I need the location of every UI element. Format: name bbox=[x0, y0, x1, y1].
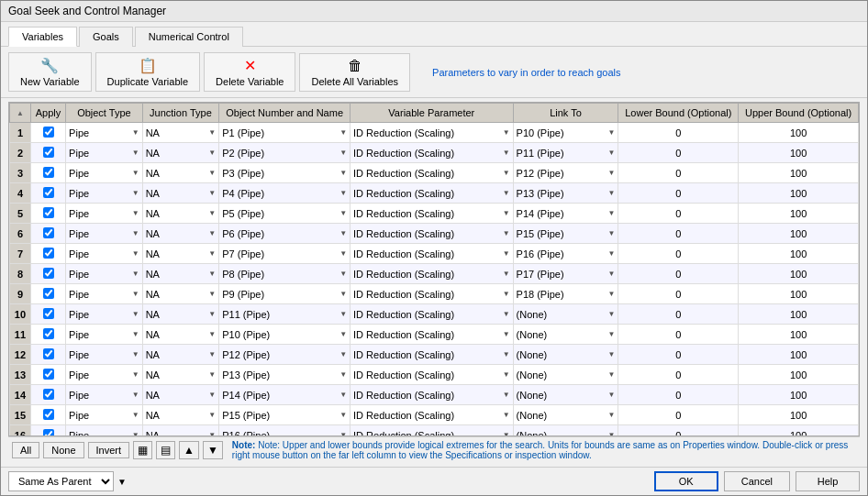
apply-cell[interactable] bbox=[30, 163, 65, 183]
lower-bound-cell[interactable]: 0 bbox=[618, 304, 739, 325]
upper-bound-cell[interactable]: 100 bbox=[739, 163, 859, 183]
move-down-button[interactable]: ▼ bbox=[203, 441, 223, 459]
object-number-cell[interactable]: P1 (Pipe)▼ bbox=[219, 123, 351, 143]
row-number-cell[interactable]: 13 bbox=[10, 365, 31, 385]
variable-parameter-cell[interactable]: ID Reduction (Scaling)▼ bbox=[351, 304, 514, 325]
apply-cell[interactable] bbox=[30, 224, 65, 244]
link-to-cell[interactable]: P15 (Pipe)▼ bbox=[513, 224, 618, 244]
upper-bound-cell[interactable]: 100 bbox=[739, 345, 859, 365]
same-as-parent-dropdown[interactable]: Same As Parent bbox=[8, 471, 114, 491]
variable-parameter-cell[interactable]: ID Reduction (Scaling)▼ bbox=[351, 224, 514, 244]
apply-checkbox[interactable] bbox=[43, 328, 54, 339]
object-number-cell[interactable]: P4 (Pipe)▼ bbox=[219, 183, 351, 204]
row-number-cell[interactable]: 11 bbox=[10, 325, 31, 345]
apply-cell[interactable] bbox=[30, 183, 65, 204]
junction-type-cell[interactable]: NA▼ bbox=[142, 183, 219, 204]
apply-cell[interactable] bbox=[30, 345, 65, 365]
object-number-cell[interactable]: P6 (Pipe)▼ bbox=[219, 224, 351, 244]
link-to-cell[interactable]: P12 (Pipe)▼ bbox=[513, 163, 618, 183]
lower-bound-cell[interactable]: 0 bbox=[618, 143, 739, 163]
object-type-cell[interactable]: Pipe▼ bbox=[66, 345, 143, 365]
link-to-cell[interactable]: (None)▼ bbox=[513, 325, 618, 345]
invert-button[interactable]: Invert bbox=[88, 442, 130, 458]
apply-cell[interactable] bbox=[30, 264, 65, 284]
object-type-cell[interactable]: Pipe▼ bbox=[66, 304, 143, 325]
object-number-cell[interactable]: P14 (Pipe)▼ bbox=[219, 385, 351, 405]
row-number-cell[interactable]: 16 bbox=[10, 425, 31, 436]
apply-checkbox[interactable] bbox=[43, 389, 54, 400]
link-to-cell[interactable]: (None)▼ bbox=[513, 425, 618, 436]
apply-checkbox[interactable] bbox=[43, 248, 54, 259]
variable-parameter-cell[interactable]: ID Reduction (Scaling)▼ bbox=[351, 365, 514, 385]
variable-parameter-cell[interactable]: ID Reduction (Scaling)▼ bbox=[351, 244, 514, 264]
apply-cell[interactable] bbox=[30, 284, 65, 304]
upper-bound-cell[interactable]: 100 bbox=[739, 224, 859, 244]
link-to-cell[interactable]: P16 (Pipe)▼ bbox=[513, 244, 618, 264]
lower-bound-cell[interactable]: 0 bbox=[618, 224, 739, 244]
help-button[interactable]: Help bbox=[796, 471, 860, 491]
variable-parameter-cell[interactable]: ID Reduction (Scaling)▼ bbox=[351, 284, 514, 304]
junction-type-cell[interactable]: NA▼ bbox=[142, 345, 219, 365]
tab-numerical-control[interactable]: Numerical Control bbox=[135, 27, 243, 47]
row-number-cell[interactable]: 5 bbox=[10, 204, 31, 224]
link-to-cell[interactable]: (None)▼ bbox=[513, 304, 618, 325]
upper-bound-cell[interactable]: 100 bbox=[739, 143, 859, 163]
variable-parameter-cell[interactable]: ID Reduction (Scaling)▼ bbox=[351, 425, 514, 436]
object-type-cell[interactable]: Pipe▼ bbox=[66, 325, 143, 345]
link-to-cell[interactable]: P17 (Pipe)▼ bbox=[513, 264, 618, 284]
lower-bound-cell[interactable]: 0 bbox=[618, 163, 739, 183]
object-number-cell[interactable]: P8 (Pipe)▼ bbox=[219, 264, 351, 284]
junction-type-cell[interactable]: NA▼ bbox=[142, 304, 219, 325]
object-type-cell[interactable]: Pipe▼ bbox=[66, 365, 143, 385]
object-type-cell[interactable]: Pipe▼ bbox=[66, 163, 143, 183]
upper-bound-cell[interactable]: 100 bbox=[739, 304, 859, 325]
variable-parameter-cell[interactable]: ID Reduction (Scaling)▼ bbox=[351, 405, 514, 425]
apply-cell[interactable] bbox=[30, 425, 65, 436]
junction-type-cell[interactable]: NA▼ bbox=[142, 425, 219, 436]
row-number-cell[interactable]: 15 bbox=[10, 405, 31, 425]
move-up-button[interactable]: ▲ bbox=[179, 441, 199, 459]
lower-bound-cell[interactable]: 0 bbox=[618, 385, 739, 405]
apply-checkbox[interactable] bbox=[43, 127, 54, 138]
upper-bound-cell[interactable]: 100 bbox=[739, 244, 859, 264]
junction-type-cell[interactable]: NA▼ bbox=[142, 365, 219, 385]
object-number-cell[interactable]: P11 (Pipe)▼ bbox=[219, 304, 351, 325]
object-number-cell[interactable]: P10 (Pipe)▼ bbox=[219, 325, 351, 345]
object-number-cell[interactable]: P12 (Pipe)▼ bbox=[219, 345, 351, 365]
variable-parameter-cell[interactable]: ID Reduction (Scaling)▼ bbox=[351, 385, 514, 405]
apply-checkbox[interactable] bbox=[43, 268, 54, 279]
junction-type-cell[interactable]: NA▼ bbox=[142, 224, 219, 244]
junction-type-cell[interactable]: NA▼ bbox=[142, 123, 219, 143]
apply-checkbox[interactable] bbox=[43, 409, 54, 420]
junction-type-cell[interactable]: NA▼ bbox=[142, 385, 219, 405]
row-number-cell[interactable]: 4 bbox=[10, 183, 31, 204]
lower-bound-cell[interactable]: 0 bbox=[618, 244, 739, 264]
lower-bound-cell[interactable]: 0 bbox=[618, 204, 739, 224]
object-number-cell[interactable]: P5 (Pipe)▼ bbox=[219, 204, 351, 224]
object-type-cell[interactable]: Pipe▼ bbox=[66, 224, 143, 244]
apply-cell[interactable] bbox=[30, 123, 65, 143]
apply-cell[interactable] bbox=[30, 204, 65, 224]
grid-view-button[interactable]: ▦ bbox=[133, 441, 152, 459]
apply-checkbox[interactable] bbox=[43, 187, 54, 198]
apply-cell[interactable] bbox=[30, 325, 65, 345]
object-type-cell[interactable]: Pipe▼ bbox=[66, 204, 143, 224]
apply-cell[interactable] bbox=[30, 244, 65, 264]
object-type-cell[interactable]: Pipe▼ bbox=[66, 244, 143, 264]
object-type-cell[interactable]: Pipe▼ bbox=[66, 284, 143, 304]
object-number-cell[interactable]: P15 (Pipe)▼ bbox=[219, 405, 351, 425]
row-number-cell[interactable]: 10 bbox=[10, 304, 31, 325]
upper-bound-cell[interactable]: 100 bbox=[739, 204, 859, 224]
row-number-cell[interactable]: 6 bbox=[10, 224, 31, 244]
upper-bound-cell[interactable]: 100 bbox=[739, 183, 859, 204]
row-number-cell[interactable]: 12 bbox=[10, 345, 31, 365]
junction-type-cell[interactable]: NA▼ bbox=[142, 163, 219, 183]
apply-checkbox[interactable] bbox=[43, 227, 54, 238]
tab-variables[interactable]: Variables bbox=[8, 27, 77, 47]
apply-checkbox[interactable] bbox=[43, 369, 54, 380]
lower-bound-cell[interactable]: 0 bbox=[618, 264, 739, 284]
object-number-cell[interactable]: P16 (Pipe)▼ bbox=[219, 425, 351, 436]
ok-button[interactable]: OK bbox=[654, 471, 718, 491]
lower-bound-cell[interactable]: 0 bbox=[618, 325, 739, 345]
row-number-cell[interactable]: 1 bbox=[10, 123, 31, 143]
